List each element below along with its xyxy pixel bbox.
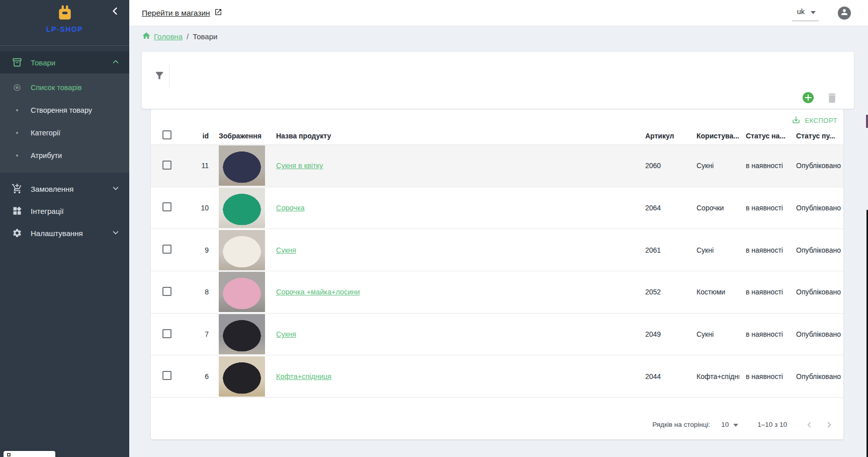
filter-divider	[169, 63, 169, 89]
row-checkbox[interactable]	[162, 202, 171, 211]
breadcrumb-current: Товари	[193, 32, 217, 41]
caret-down-icon	[811, 8, 816, 16]
product-image[interactable]	[219, 356, 265, 397]
product-image[interactable]	[219, 272, 265, 312]
sidebar-item-settings[interactable]: Налаштування	[0, 222, 129, 244]
person-icon	[840, 8, 849, 19]
column-header-stock: Статус на...	[739, 132, 790, 140]
store-link-label: Перейти в магазин	[142, 9, 210, 18]
screen-edge-artifact	[866, 115, 868, 128]
product-name-link[interactable]: Сорочка +майка+лосини	[276, 288, 360, 296]
breadcrumb-home-label: Головна	[154, 32, 183, 41]
product-image[interactable]	[219, 188, 265, 228]
product-name-link[interactable]: Сукня в квітку	[276, 162, 323, 170]
product-publish-status: Опубліковано	[790, 246, 843, 254]
product-category: Кофта+спідниц	[689, 372, 739, 380]
product-image[interactable]	[219, 145, 265, 186]
topbar: Перейти в магазин uk	[129, 0, 868, 26]
sidebar: LP-SHOP Товари Список товарів	[0, 0, 129, 457]
breadcrumb: Головна / Товари	[142, 26, 868, 46]
column-header-published: Статус пу...	[790, 132, 843, 140]
sidebar-divider	[0, 45, 129, 46]
table-row: 10 Сорочка 2064 Сорочки в наявності Опуб…	[151, 187, 843, 229]
sidebar-item-create-product[interactable]: Створення товару	[0, 99, 129, 121]
breadcrumb-home-link[interactable]: Головна	[142, 31, 183, 42]
sidebar-item-products[interactable]: Товари	[0, 51, 129, 73]
row-checkbox[interactable]	[162, 245, 171, 254]
product-sku: 2060	[639, 162, 689, 170]
sidebar-item-categories[interactable]: Категорії	[0, 121, 129, 144]
sidebar-collapse-icon[interactable]	[109, 5, 121, 17]
table-header-row: id Зображення Назва продукту Артикул Кор…	[151, 127, 843, 144]
product-stock-status: в наявності	[739, 162, 790, 170]
product-category: Сорочки	[689, 204, 739, 212]
products-table-card: ЕКСПОРТ id Зображення Назва продукту Арт…	[151, 109, 843, 439]
product-publish-status: Опубліковано	[790, 372, 843, 380]
previous-page-button[interactable]	[802, 418, 816, 432]
export-button[interactable]: ЕКСПОРТ	[151, 109, 843, 127]
filter-funnel-icon[interactable]	[154, 70, 165, 83]
select-all-checkbox[interactable]	[162, 130, 171, 139]
product-sku: 2052	[639, 288, 689, 296]
go-to-store-link[interactable]: Перейти в магазин	[142, 8, 222, 18]
logo-text: LP-SHOP	[0, 25, 129, 33]
product-image[interactable]	[219, 230, 265, 270]
product-image[interactable]	[219, 314, 265, 354]
row-checkbox[interactable]	[162, 161, 171, 170]
sidebar-item-attributes[interactable]: Атрибути	[0, 144, 129, 167]
row-checkbox[interactable]	[162, 329, 171, 338]
pagination: Рядків на сторінці: 10 1–10 з 10	[151, 397, 843, 439]
account-avatar[interactable]	[838, 7, 851, 20]
product-category: Сукні	[689, 162, 739, 170]
column-header-sku: Артикул	[639, 132, 689, 140]
products-box-icon	[11, 56, 23, 68]
product-publish-status: Опубліковано	[790, 204, 843, 212]
product-sku: 2061	[639, 246, 689, 254]
table-row: 7 Сукня 2049 Сукні в наявності Опубліков…	[151, 313, 843, 355]
product-name-link[interactable]: Сукня	[276, 246, 296, 254]
chevron-down-icon	[111, 228, 120, 239]
chevron-down-icon	[111, 184, 120, 194]
product-publish-status: Опубліковано	[790, 330, 843, 338]
download-icon	[792, 115, 801, 126]
pagination-range: 1–10 з 10	[757, 421, 787, 428]
logo-bag-icon	[56, 15, 73, 23]
product-id: 10	[179, 204, 211, 212]
column-header-image: Зображення	[211, 132, 269, 140]
sidebar-item-label: Налаштування	[31, 229, 111, 238]
chevron-up-icon	[111, 57, 120, 68]
rows-per-page-select[interactable]: 10	[721, 421, 738, 428]
table-row: 9 Сукня 2061 Сукні в наявності Опубліков…	[151, 228, 843, 271]
product-name-link[interactable]: Сукня	[276, 330, 296, 338]
product-name-link[interactable]: Кофта+спідниця	[276, 372, 331, 380]
add-product-button[interactable]	[802, 92, 814, 104]
language-value: uk	[797, 8, 805, 16]
sidebar-item-product-list[interactable]: Список товарів	[0, 76, 129, 99]
sidebar-item-label: Категорії	[31, 129, 60, 137]
product-publish-status: Опубліковано	[790, 162, 843, 170]
caret-down-icon	[733, 421, 738, 428]
main-area: Перейти в магазин uk Головн	[129, 0, 868, 457]
product-category: Костюми	[689, 288, 739, 296]
gear-icon	[11, 227, 23, 239]
next-page-button[interactable]	[822, 418, 836, 432]
product-stock-status: в наявності	[739, 246, 790, 254]
sidebar-item-label: Атрибути	[31, 151, 62, 160]
product-category: Сукні	[689, 330, 739, 338]
sidebar-item-orders[interactable]: Замовлення	[0, 178, 129, 200]
bottom-left-popup[interactable]	[4, 451, 55, 457]
product-stock-status: в наявності	[739, 204, 790, 212]
sidebar-item-label: Товари	[31, 58, 111, 67]
row-checkbox[interactable]	[162, 287, 171, 296]
product-sku: 2044	[639, 372, 689, 380]
sidebar-item-label: Замовлення	[31, 185, 111, 193]
popup-square-icon	[7, 453, 11, 456]
language-select[interactable]: uk	[792, 5, 819, 21]
sidebar-item-integrations[interactable]: Інтеграції	[0, 200, 129, 222]
table-row: 11 Сукня в квітку 2060 Сукні в наявності…	[151, 144, 843, 187]
delete-selected-button[interactable]	[826, 92, 838, 104]
product-sku: 2049	[639, 330, 689, 338]
product-name-link[interactable]: Сорочка	[276, 204, 305, 212]
product-id: 6	[179, 372, 211, 380]
row-checkbox[interactable]	[162, 371, 171, 380]
